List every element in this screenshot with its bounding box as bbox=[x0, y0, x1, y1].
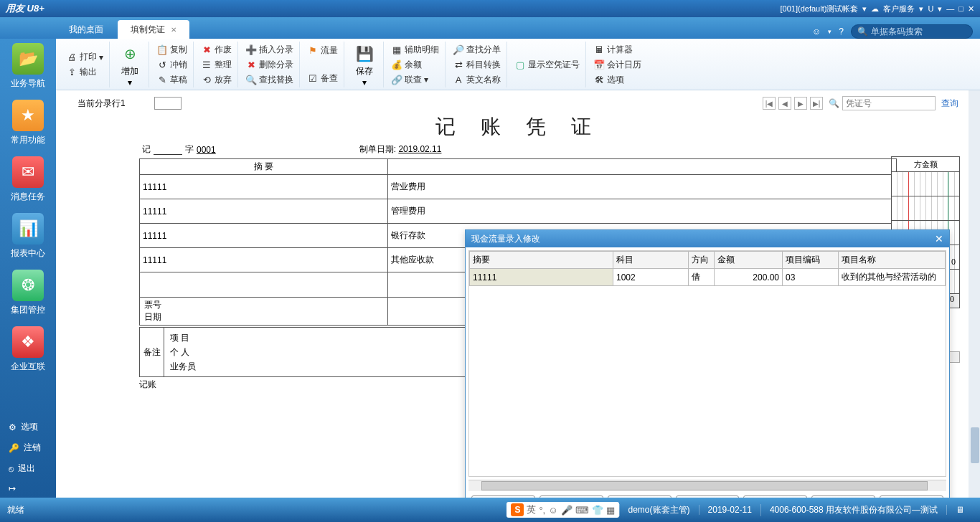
service-dropdown-icon[interactable]: ▾ bbox=[919, 4, 923, 14]
cancel-button[interactable]: 取消 bbox=[880, 495, 943, 498]
cell-summary[interactable]: 11111 bbox=[470, 269, 613, 286]
dialog-titlebar[interactable]: 现金流量录入修改 ✕ bbox=[466, 230, 949, 247]
voucher-prefix-input[interactable] bbox=[154, 144, 182, 155]
th-summary[interactable]: 摘要 bbox=[470, 252, 613, 269]
exit-icon: ⎋ bbox=[9, 464, 14, 474]
cell-amount[interactable]: 200.00 bbox=[715, 269, 783, 286]
delete-row-button[interactable]: 删行 bbox=[743, 495, 807, 498]
help-icon[interactable]: ? bbox=[839, 27, 844, 37]
add-row-button[interactable]: 增行 bbox=[608, 495, 672, 498]
ok-button[interactable]: 确定 bbox=[811, 495, 875, 498]
aux-detail-button[interactable]: ▦辅助明细 bbox=[388, 42, 442, 57]
english-name-button[interactable]: A英文名称 bbox=[450, 72, 504, 87]
barcode-search[interactable]: 🔍 单据条码搜索 bbox=[851, 24, 973, 39]
calendar-button[interactable]: 📅会计日历 bbox=[590, 57, 644, 72]
tab-close-icon[interactable]: ✕ bbox=[171, 26, 176, 34]
th-amount[interactable]: 金额 bbox=[715, 252, 783, 269]
maximize-icon[interactable]: □ bbox=[958, 4, 963, 13]
close-icon[interactable]: ✕ bbox=[968, 4, 974, 14]
voucher-no-search[interactable] bbox=[842, 96, 936, 110]
nav-reports[interactable]: 📊报表中心 bbox=[6, 213, 50, 260]
offset-icon: ↺ bbox=[156, 59, 168, 70]
smiley-dropdown-icon[interactable]: ▾ bbox=[828, 28, 831, 35]
insert-entry-button[interactable]: ➕插入分录 bbox=[242, 42, 296, 57]
next-record-button[interactable]: ▶ bbox=[794, 97, 807, 110]
ime-punct-icon[interactable]: °, bbox=[539, 505, 545, 516]
cell-subject[interactable]: 1002 bbox=[613, 269, 689, 286]
cell-pname[interactable]: 收到的其他与经营活动的 bbox=[839, 269, 946, 286]
entry-row[interactable]: 11111营业费用 bbox=[140, 175, 896, 199]
nav-business[interactable]: 📂业务导航 bbox=[6, 43, 50, 90]
draft-button[interactable]: ✎草稿 bbox=[154, 72, 190, 87]
tab-desktop[interactable]: 我的桌面 bbox=[56, 20, 116, 39]
abandon-button[interactable]: ⟲放弃 bbox=[198, 72, 235, 87]
ime-skin-icon[interactable]: 👕 bbox=[592, 505, 603, 516]
sidebar-options[interactable]: ⚙选项 bbox=[0, 417, 56, 437]
nav-messages[interactable]: ✉消息任务 bbox=[6, 156, 50, 203]
find-bill-button[interactable]: 🔎查找分单 bbox=[450, 42, 504, 57]
cashflow-row[interactable]: 11111 1002 借 200.00 03 收到的其他与经营活动的 bbox=[470, 269, 946, 286]
ime-mic-icon[interactable]: 🎤 bbox=[561, 505, 573, 516]
saveas-relation-button[interactable]: 另存取数关系 bbox=[471, 495, 535, 498]
joint-query-button[interactable]: 🔗联查 ▾ bbox=[388, 72, 442, 87]
refetch-button[interactable]: 重新取数 bbox=[540, 495, 603, 498]
organize-button[interactable]: ☰整理 bbox=[198, 57, 235, 72]
u-menu[interactable]: U bbox=[928, 4, 933, 13]
ime-smile-icon[interactable]: ☺ bbox=[548, 505, 557, 516]
status-monitor-icon[interactable]: 🖥 bbox=[946, 505, 973, 515]
th-direction[interactable]: 方向 bbox=[689, 252, 715, 269]
sidebar-collapse[interactable]: ↦ bbox=[0, 479, 56, 498]
customer-service[interactable]: 客户服务 bbox=[883, 4, 915, 14]
th-project-name[interactable]: 项目名称 bbox=[839, 252, 946, 269]
cell-pcode[interactable]: 03 bbox=[783, 269, 839, 286]
void-button[interactable]: ✖作废 bbox=[198, 42, 235, 57]
account-dropdown-icon[interactable]: ▾ bbox=[862, 4, 867, 14]
save-button[interactable]: 💾保存 ▾ bbox=[349, 41, 380, 89]
last-record-button[interactable]: ▶| bbox=[810, 97, 823, 110]
tab-voucher-entry[interactable]: 填制凭证✕ bbox=[118, 20, 189, 39]
audit-button[interactable]: ☑备查 bbox=[304, 71, 341, 86]
insert-row-button[interactable]: 插行 bbox=[676, 495, 740, 498]
query-link[interactable]: 查询 bbox=[941, 98, 958, 110]
nav-enterprise[interactable]: ❖企业互联 bbox=[6, 326, 50, 373]
th-subject[interactable]: 科目 bbox=[613, 252, 689, 269]
support-icon[interactable]: ☁ bbox=[871, 4, 879, 14]
findbill-icon: 🔎 bbox=[453, 44, 464, 55]
current-line-label: 当前分录行1 bbox=[77, 98, 126, 110]
printer-icon: 🖨 bbox=[66, 52, 77, 63]
delete-entry-button[interactable]: ✖删除分录 bbox=[242, 57, 296, 72]
organize-icon: ☰ bbox=[201, 59, 212, 70]
dialog-close-icon[interactable]: ✕ bbox=[935, 233, 943, 245]
show-empty-button[interactable]: ▢显示空凭证号 bbox=[512, 57, 583, 72]
ime-keyboard-icon[interactable]: ⌨ bbox=[575, 505, 589, 516]
first-record-button[interactable]: |◀ bbox=[763, 97, 776, 110]
nav-common[interactable]: ★常用功能 bbox=[6, 100, 50, 146]
sidebar-exit[interactable]: ⎋退出 bbox=[0, 458, 56, 479]
current-line-input[interactable] bbox=[154, 97, 182, 110]
copy-button[interactable]: 📋复制 bbox=[154, 42, 190, 57]
nav-group[interactable]: ❂集团管控 bbox=[6, 270, 50, 316]
balance-button[interactable]: 💰余额 bbox=[388, 57, 442, 72]
find-replace-button[interactable]: 🔍查找替换 bbox=[242, 72, 296, 87]
th-project-code[interactable]: 项目编码 bbox=[783, 252, 839, 269]
prev-record-button[interactable]: ◀ bbox=[778, 97, 791, 110]
add-button[interactable]: ⊕增加 ▾ bbox=[114, 41, 146, 89]
offset-button[interactable]: ↺冲销 bbox=[154, 57, 190, 72]
minimize-icon[interactable]: — bbox=[946, 4, 954, 13]
smiley-icon[interactable]: ☺ bbox=[812, 27, 821, 37]
dialog-hscrollbar[interactable] bbox=[468, 480, 946, 491]
help-dropdown-icon[interactable]: ▾ bbox=[938, 4, 942, 14]
output-button[interactable]: ⇪输出 bbox=[63, 65, 106, 80]
sidebar-logout[interactable]: 🔑注销 bbox=[0, 437, 56, 458]
ime-bar[interactable]: S 英 °, ☺ 🎤 ⌨ 👕 ▦ bbox=[507, 502, 618, 518]
print-button[interactable]: 🖨打印 ▾ bbox=[63, 49, 106, 65]
ime-lang[interactable]: 英 bbox=[527, 503, 536, 516]
ime-settings-icon[interactable]: ▦ bbox=[606, 505, 615, 516]
cell-direction[interactable]: 借 bbox=[689, 269, 715, 286]
calculator-button[interactable]: 🖩计算器 bbox=[590, 42, 644, 57]
vertical-scrollbar[interactable] bbox=[969, 90, 980, 498]
flow-button[interactable]: ⚑流量 bbox=[304, 43, 341, 58]
subject-trans-button[interactable]: ⇄科目转换 bbox=[450, 57, 504, 72]
entry-row[interactable]: 11111管理费用 bbox=[140, 199, 896, 224]
option-button[interactable]: 🛠选项 bbox=[590, 72, 644, 87]
